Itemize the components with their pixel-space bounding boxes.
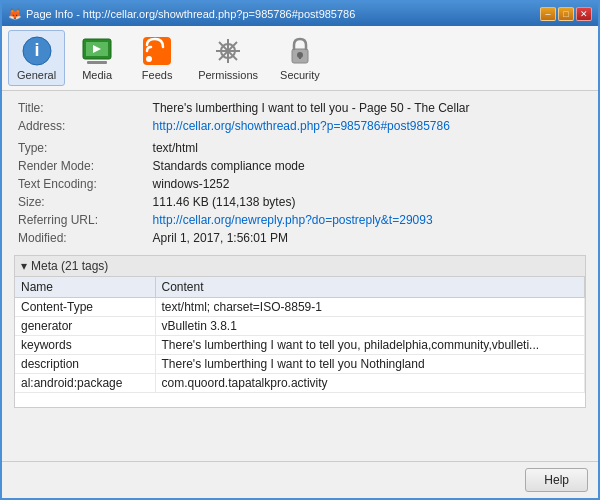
- referring-url-row: Referring URL: http://cellar.org/newrepl…: [14, 211, 586, 229]
- feeds-icon: [141, 35, 173, 67]
- text-encoding-row: Text Encoding: windows-1252: [14, 175, 586, 193]
- address-row: Address: http://cellar.org/showthread.ph…: [14, 117, 586, 135]
- title-label: Title:: [14, 99, 149, 117]
- meta-section-title: Meta (21 tags): [31, 259, 108, 273]
- tab-general[interactable]: i General: [8, 30, 65, 86]
- meta-name-cell: al:android:package: [15, 374, 155, 393]
- table-row: Content-Typetext/html; charset=ISO-8859-…: [15, 298, 585, 317]
- tab-security[interactable]: Security: [271, 30, 329, 86]
- col-content-header: Content: [155, 277, 585, 298]
- col-name-header: Name: [15, 277, 155, 298]
- tab-general-label: General: [17, 69, 56, 81]
- table-row: keywordsThere's lumberthing I want to te…: [15, 336, 585, 355]
- meta-name-cell: generator: [15, 317, 155, 336]
- type-row: Type: text/html: [14, 139, 586, 157]
- meta-table-wrapper[interactable]: Name Content Content-Typetext/html; char…: [15, 277, 585, 407]
- footer: Help: [2, 461, 598, 498]
- meta-name-cell: keywords: [15, 336, 155, 355]
- text-encoding-label: Text Encoding:: [14, 175, 149, 193]
- referring-url-label: Referring URL:: [14, 211, 149, 229]
- help-button[interactable]: Help: [525, 468, 588, 492]
- security-icon: [284, 35, 316, 67]
- meta-name-cell: Content-Type: [15, 298, 155, 317]
- maximize-button[interactable]: □: [558, 7, 574, 21]
- modified-row: Modified: April 1, 2017, 1:56:01 PM: [14, 229, 586, 247]
- svg-rect-5: [87, 61, 107, 64]
- toolbar: i General Media: [2, 26, 598, 91]
- tab-permissions[interactable]: Permissions: [189, 30, 267, 86]
- type-label: Type:: [14, 139, 149, 157]
- address-label: Address:: [14, 117, 149, 135]
- render-mode-label: Render Mode:: [14, 157, 149, 175]
- table-row: al:android:packagecom.quoord.tapatalkpro…: [15, 374, 585, 393]
- svg-point-7: [146, 56, 152, 62]
- meta-content-cell: There's lumberthing I want to tell you, …: [155, 336, 585, 355]
- svg-text:i: i: [34, 40, 39, 60]
- meta-content-cell: text/html; charset=ISO-8859-1: [155, 298, 585, 317]
- modified-label: Modified:: [14, 229, 149, 247]
- meta-content-cell: com.quoord.tapatalkpro.activity: [155, 374, 585, 393]
- referring-url-value: http://cellar.org/newreply.php?do=postre…: [149, 211, 586, 229]
- tab-security-label: Security: [280, 69, 320, 81]
- tab-feeds[interactable]: Feeds: [129, 30, 185, 86]
- title-bar-controls: – □ ✕: [540, 7, 592, 21]
- meta-table: Name Content Content-Typetext/html; char…: [15, 277, 585, 393]
- firefox-icon: 🦊: [8, 8, 22, 21]
- page-info-window: 🦊 Page Info - http://cellar.org/showthre…: [0, 0, 600, 500]
- general-icon: i: [21, 35, 53, 67]
- meta-name-cell: description: [15, 355, 155, 374]
- tab-permissions-label: Permissions: [198, 69, 258, 81]
- size-value: 111.46 KB (114,138 bytes): [149, 193, 586, 211]
- render-mode-row: Render Mode: Standards compliance mode: [14, 157, 586, 175]
- minimize-button[interactable]: –: [540, 7, 556, 21]
- permissions-icon: [212, 35, 244, 67]
- text-encoding-value: windows-1252: [149, 175, 586, 193]
- window-title: Page Info - http://cellar.org/showthread…: [26, 8, 355, 20]
- modified-value: April 1, 2017, 1:56:01 PM: [149, 229, 586, 247]
- size-row: Size: 111.46 KB (114,138 bytes): [14, 193, 586, 211]
- address-value: http://cellar.org/showthread.php?p=98578…: [149, 117, 586, 135]
- media-icon: [81, 35, 113, 67]
- tab-feeds-label: Feeds: [142, 69, 173, 81]
- title-bar-left: 🦊 Page Info - http://cellar.org/showthre…: [8, 8, 355, 21]
- main-content: Title: There's lumberthing I want to tel…: [2, 91, 598, 461]
- meta-content-cell: There's lumberthing I want to tell you N…: [155, 355, 585, 374]
- type-value: text/html: [149, 139, 586, 157]
- close-button[interactable]: ✕: [576, 7, 592, 21]
- meta-table-container: Name Content Content-Typetext/html; char…: [14, 277, 586, 408]
- size-label: Size:: [14, 193, 149, 211]
- title-row: Title: There's lumberthing I want to tel…: [14, 99, 586, 117]
- svg-rect-15: [299, 55, 301, 59]
- title-value: There's lumberthing I want to tell you -…: [149, 99, 586, 117]
- tab-media-label: Media: [82, 69, 112, 81]
- render-mode-value: Standards compliance mode: [149, 157, 586, 175]
- info-table: Title: There's lumberthing I want to tel…: [14, 99, 586, 247]
- table-row: generatorvBulletin 3.8.1: [15, 317, 585, 336]
- meta-section-header[interactable]: ▾ Meta (21 tags): [14, 255, 586, 277]
- meta-content-cell: vBulletin 3.8.1: [155, 317, 585, 336]
- table-row: descriptionThere's lumberthing I want to…: [15, 355, 585, 374]
- collapse-icon: ▾: [21, 259, 27, 273]
- tab-media[interactable]: Media: [69, 30, 125, 86]
- title-bar: 🦊 Page Info - http://cellar.org/showthre…: [2, 2, 598, 26]
